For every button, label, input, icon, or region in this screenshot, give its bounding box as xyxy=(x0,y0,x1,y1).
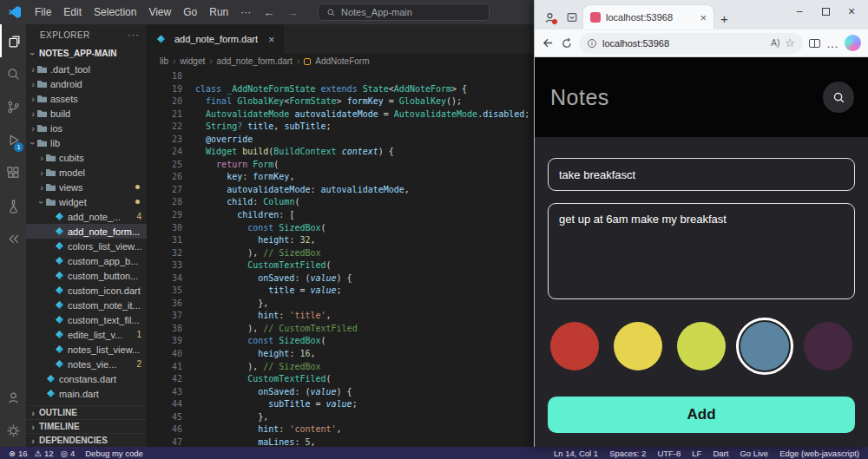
explorer-item-assets[interactable]: ›assets xyxy=(26,91,147,106)
activity-remote-explorer[interactable] xyxy=(0,222,26,255)
menu-run[interactable]: Run xyxy=(203,0,234,24)
favorite-star-icon[interactable]: ☆ xyxy=(785,36,795,49)
color-swatch-2[interactable] xyxy=(677,322,726,370)
add-button[interactable]: Add xyxy=(548,397,855,433)
close-window-icon[interactable]: × xyxy=(838,0,865,23)
notes-search-button[interactable] xyxy=(823,82,854,113)
accounts-icon[interactable] xyxy=(0,381,26,414)
explorer-item-notes-list-view[interactable]: ›notes_list_view... xyxy=(26,342,147,357)
nav-forward-icon[interactable]: → xyxy=(280,6,304,19)
explorer-item-main-dart[interactable]: ›main.dart xyxy=(26,386,147,401)
language-mode[interactable]: Dart xyxy=(713,449,728,458)
code-line[interactable]: 47 maLines: 5, xyxy=(148,436,534,447)
command-center[interactable]: Notes_App-main xyxy=(318,3,490,21)
explorer-item-custom-button[interactable]: ›custom_button... xyxy=(26,268,147,283)
code-line[interactable]: 23 @override xyxy=(148,134,534,147)
activity-testing[interactable] xyxy=(0,189,26,222)
activity-extensions[interactable] xyxy=(0,156,26,189)
note-title-input[interactable] xyxy=(548,158,855,191)
explorer-item-custom-text-fil[interactable]: ›custom_text_fil... xyxy=(26,312,147,327)
activity-run-debug[interactable]: 1 xyxy=(0,123,26,156)
color-swatch-1[interactable] xyxy=(614,322,662,370)
explorer-item-model[interactable]: ›model xyxy=(26,165,147,180)
eol[interactable]: LF xyxy=(692,449,701,458)
code-line[interactable]: 22 String? title, subTitle; xyxy=(148,121,534,134)
breadcrumb-item[interactable]: widget xyxy=(180,56,205,66)
code-line[interactable]: 46 hint: 'content', xyxy=(148,423,534,436)
color-swatch-0[interactable] xyxy=(550,322,599,370)
explorer-item-lib[interactable]: ›lib xyxy=(26,135,147,150)
code-line[interactable]: 42 CustomTextFiled( xyxy=(148,373,534,386)
section-timeline[interactable]: › TIMELINE xyxy=(26,419,147,433)
color-swatch-3[interactable] xyxy=(740,322,789,370)
maximize-icon[interactable] xyxy=(812,0,838,23)
code-line[interactable]: 26 key: formKey, xyxy=(148,171,534,184)
code-line[interactable]: 33 CustomTextFiled( xyxy=(148,259,534,272)
read-aloud-icon[interactable]: A) xyxy=(771,38,779,48)
code-line[interactable]: 38 ), // CustomTextFiled xyxy=(148,323,534,336)
code-line[interactable]: 45 }, xyxy=(148,411,534,424)
explorer-item-add-note[interactable]: ›add_note_...4 xyxy=(26,209,147,224)
back-icon[interactable] xyxy=(542,36,555,49)
code-line[interactable]: 35 title = value; xyxy=(148,285,534,298)
encoding[interactable]: UTF-8 xyxy=(657,449,681,458)
code-line[interactable]: 24 Widget build(BuildContext context) { xyxy=(148,146,534,159)
code-line[interactable]: 20 final GlobalKey<FormState> formKey = … xyxy=(148,95,534,108)
tab-actions-icon[interactable] xyxy=(561,5,583,30)
minimize-icon[interactable]: – xyxy=(786,0,812,23)
code-line[interactable]: 36 }, xyxy=(148,298,534,311)
code-line[interactable]: 40 height: 16, xyxy=(148,348,534,361)
code-line[interactable]: 39 const SizedBox( xyxy=(148,335,534,348)
explorer-item-notes-vie[interactable]: ›notes_vie...2 xyxy=(26,357,147,371)
close-tab-icon[interactable]: × xyxy=(700,11,707,24)
menu-view[interactable]: View xyxy=(142,0,177,24)
url-field[interactable]: localhost:53968 A) ☆ xyxy=(579,33,803,54)
breadcrumb-item[interactable]: AddNoteForm xyxy=(315,56,369,66)
breadcrumb-item[interactable]: add_note_form.dart xyxy=(217,56,293,66)
code-editor[interactable]: 1819class _AddNoteFormState extends Stat… xyxy=(148,70,534,447)
color-swatch-4[interactable] xyxy=(804,322,852,370)
section-outline[interactable]: › OUTLINE xyxy=(26,405,147,419)
explorer-item-widget[interactable]: ›widget xyxy=(26,194,147,209)
site-info-icon[interactable] xyxy=(587,38,597,49)
explorer-item-cubits[interactable]: ›cubits xyxy=(26,150,147,165)
code-line[interactable]: 43 onSaved: (value) { xyxy=(148,386,534,399)
browser-tab[interactable]: localhost:53968 × xyxy=(583,5,713,30)
code-line[interactable]: 34 onSaved: (value) { xyxy=(148,272,534,285)
menu-more[interactable]: ··· xyxy=(234,0,257,24)
explorer-actions-icon[interactable]: ··· xyxy=(128,30,140,40)
section-dependencies[interactable]: › DEPENDENCIES xyxy=(26,433,147,447)
copilot-icon[interactable] xyxy=(845,35,861,51)
code-line[interactable]: 44 subTitle = value; xyxy=(148,398,534,411)
indentation[interactable]: Spaces: 2 xyxy=(609,449,646,458)
explorer-item-custom-icon-dart[interactable]: ›custom_icon.dart xyxy=(26,283,147,298)
menu-selection[interactable]: Selection xyxy=(88,0,142,24)
explorer-item-add-note-form[interactable]: ›add_note_form... xyxy=(26,224,147,239)
problems-status[interactable]: ⊗ 16 ⚠ 12 ◎ 4 xyxy=(9,449,75,458)
code-line[interactable]: 25 return Form( xyxy=(148,159,534,172)
explorer-item-build[interactable]: ›build xyxy=(26,106,147,121)
menu-file[interactable]: File xyxy=(29,0,57,24)
code-line[interactable]: 29 children: [ xyxy=(148,209,534,222)
code-line[interactable]: 30 const SizedBox( xyxy=(148,222,534,235)
code-line[interactable]: 19class _AddNoteFormState extends State<… xyxy=(148,83,534,96)
editor-tab[interactable]: add_note_form.dart × xyxy=(148,24,284,54)
activity-explorer[interactable] xyxy=(0,24,26,57)
explorer-item-edite-list-v[interactable]: ›edite_list_v...1 xyxy=(26,327,147,342)
code-line[interactable]: 21 AutovalidateMode autovalidateMode = A… xyxy=(148,108,534,121)
nav-back-icon[interactable]: ← xyxy=(257,6,280,19)
code-line[interactable]: 32 ), // SizedBox xyxy=(148,247,534,260)
explorer-item-views[interactable]: ›views xyxy=(26,180,147,194)
note-content-input[interactable]: get up at 6am make my breakfast xyxy=(548,203,855,299)
go-live[interactable]: Go Live xyxy=(740,449,768,458)
code-line[interactable]: 37 hint: 'title', xyxy=(148,310,534,323)
code-line[interactable]: 27 autovalidateMode: autovalidateMode, xyxy=(148,184,534,197)
breadcrumb-item[interactable]: lib xyxy=(160,56,168,66)
explorer-item-constans-dart[interactable]: ›constans.dart xyxy=(26,371,147,386)
debug-target[interactable]: Edge (web-javascript) xyxy=(779,449,859,458)
explorer-item-custom-app-b[interactable]: ›custom_app_b... xyxy=(26,253,147,268)
code-line[interactable]: 31 height: 32, xyxy=(148,234,534,247)
explorer-item-colors-list-view[interactable]: ›colors_list_view... xyxy=(26,239,147,253)
menu-edit[interactable]: Edit xyxy=(57,0,88,24)
split-screen-icon[interactable] xyxy=(809,39,820,48)
